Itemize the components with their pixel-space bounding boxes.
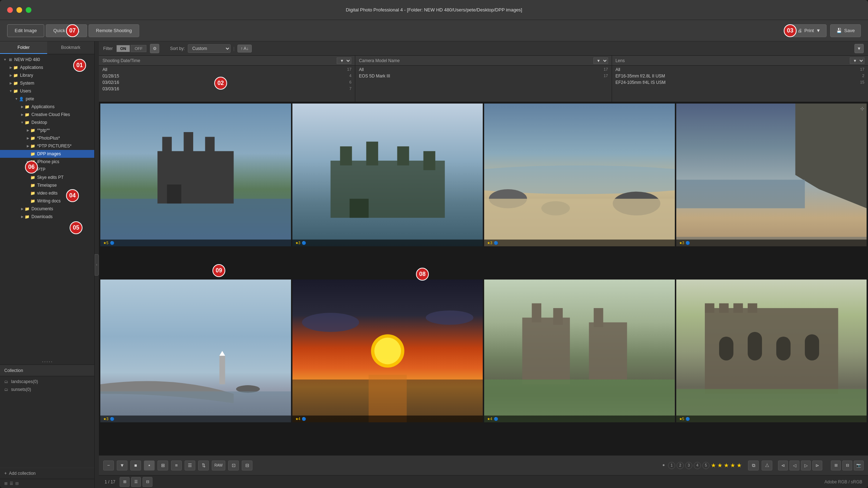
tree-item-writing-docs[interactable]: 📁 Writing docs (0, 197, 94, 205)
photo-5-icon: 🔵 (110, 417, 114, 421)
photo-cell-6[interactable]: ★4 🔵 (292, 280, 483, 422)
copy-button[interactable]: ⧉ (748, 461, 759, 471)
next-photo-button[interactable]: ▷ (801, 461, 811, 471)
sort-select[interactable]: Custom Date Name Rating (188, 44, 231, 53)
sidebar-view-icon-grid[interactable]: ⊞ (4, 481, 7, 486)
camera-filter-all[interactable]: All 17 (355, 66, 611, 73)
lens-col-dropdown[interactable]: ▼ (850, 57, 864, 64)
photo-cell-1[interactable]: ★5 🔵 (100, 104, 291, 246)
lens-filter-24-105[interactable]: EF24-105mm f/4L IS USM 15 (612, 79, 868, 86)
remote-shooting-button[interactable]: Remote Shooting (89, 24, 139, 37)
slideshow-button[interactable]: ⊟ (242, 461, 252, 471)
tree-item-library[interactable]: ▶ 📁 Library (0, 71, 94, 79)
raw-button[interactable]: RAW (212, 461, 225, 471)
star-3-icon[interactable]: ★ (724, 462, 729, 469)
last-photo-button[interactable]: ⊳ (812, 461, 822, 471)
filter-dropdown-button[interactable]: ▼ (854, 44, 864, 53)
select-all-button[interactable]: ■ (130, 461, 141, 471)
date-col-dropdown[interactable]: ▼ (337, 57, 351, 64)
tree-item-desktop[interactable]: ▼ 📁 Desktop (0, 119, 94, 126)
lens-filter-16-35[interactable]: EF16-35mm f/2.8L II USM 2 (612, 73, 868, 79)
first-photo-button[interactable]: ⊲ (778, 461, 788, 471)
detail-status-button[interactable]: ⊟ (142, 477, 152, 487)
collection-item-landscapes[interactable]: 🗂 landscapes(0) (0, 378, 94, 386)
tree-item-documents[interactable]: ▶ 📁 Documents (0, 205, 94, 213)
tree-item-creative-cloud[interactable]: ▶ 📁 Creative Cloud Files (0, 111, 94, 119)
close-window-button[interactable] (7, 7, 13, 13)
detail-view-button[interactable]: ☰ (185, 461, 195, 471)
tree-item-video-edits[interactable]: 📁 video edits (0, 189, 94, 197)
svg-rect-5 (205, 137, 215, 156)
view-mode-3-button[interactable]: 📷 (854, 461, 864, 471)
rating-1-button[interactable]: 1 (668, 462, 675, 469)
folder-tree[interactable]: ▼ 🖥 NEW HD 480 ▶ 📁 Applications ▶ 📁 Libr… (0, 54, 94, 359)
check-menu-button[interactable]: ▼ (117, 461, 127, 471)
photo-cell-5[interactable]: ★3 🔵 (100, 280, 291, 422)
filter-on-button[interactable]: ON (116, 45, 130, 52)
tree-item-iphone-pics[interactable]: ▶ 📁 iPhone pics (0, 158, 94, 166)
rating-3-button[interactable]: 3 (685, 462, 692, 469)
tree-item-system[interactable]: ▶ 📁 System (0, 79, 94, 87)
edit-image-button[interactable]: Edit Image (7, 24, 44, 37)
date-filter-03-03-16[interactable]: 03/03/16 7 (99, 86, 355, 92)
view-mode-2-button[interactable]: ⊟ (842, 461, 852, 471)
nav-buttons: ⊲ ◁ ▷ ⊳ (778, 461, 822, 471)
lens-filter-all[interactable]: All 17 (612, 66, 868, 73)
tree-item-timelapse[interactable]: 📁 Timelapse (0, 181, 94, 189)
tree-item-downloads[interactable]: ▶ 📁 Downloads (0, 213, 94, 221)
date-filter-all[interactable]: All 17 (99, 66, 355, 73)
list-view-button[interactable]: ≡ (171, 461, 182, 471)
photo-cell-3[interactable]: ★3 🔵 (484, 104, 675, 246)
grid-status-button[interactable]: ⊞ (120, 477, 130, 487)
rating-2-button[interactable]: 2 (677, 462, 684, 469)
prev-photo-button[interactable]: ◁ (789, 461, 799, 471)
star-1-icon[interactable]: ★ (711, 462, 716, 469)
tree-item-pete[interactable]: ▼ 👤 pete (0, 95, 94, 103)
sidebar-resize-dots: • • • • • (0, 359, 94, 364)
photo-cell-2[interactable]: ★3 🔵 (292, 104, 483, 246)
photo-cell-4[interactable]: ★3 🔵 ⊹ (676, 104, 867, 246)
photo-cell-8[interactable]: ★5 🔵 (676, 280, 867, 422)
zoom-out-button[interactable]: − (103, 461, 114, 471)
print-button[interactable]: 🖨 Print ▼ (792, 24, 827, 37)
filter-settings-button[interactable]: ⚙ (150, 44, 159, 53)
collection-item-sunsets[interactable]: 🗂 sunsets(0) (0, 386, 94, 393)
date-filter-01-28-15[interactable]: 01/28/15 4 (99, 73, 355, 79)
list-status-button[interactable]: ☰ (131, 477, 141, 487)
tree-item-users[interactable]: ▼ 📁 Users (0, 87, 94, 95)
tree-item-applications-l3[interactable]: ▶ 📁 Applications (0, 103, 94, 111)
maximize-window-button[interactable] (26, 7, 31, 13)
filter-off-button[interactable]: OFF (131, 45, 146, 52)
tree-item-ptp-pictures[interactable]: ▶ 📁 *PTP PICTURES* (0, 142, 94, 150)
star-2-icon[interactable]: ★ (717, 462, 722, 469)
sort-direction-button[interactable]: ↑ A↓ (237, 45, 252, 52)
compare-button[interactable]: ⊡ (228, 461, 239, 471)
rating-5-button[interactable]: 5 (702, 462, 709, 469)
grid-view-button[interactable]: ⊞ (157, 461, 168, 471)
tree-item-photoplus[interactable]: ▶ 📁 *PhotoPlus* (0, 134, 94, 142)
star-5-icon[interactable]: ★ (737, 462, 742, 469)
view-mode-1-button[interactable]: ⊞ (831, 461, 841, 471)
svg-rect-9 (340, 146, 352, 165)
sidebar-collapse-button[interactable]: ‹ (95, 254, 99, 276)
tree-item-ptp-star[interactable]: ▶ 📁 **ptp** (0, 126, 94, 134)
sidebar-view-icon-list[interactable]: ☰ (10, 481, 13, 486)
bookmark-tab[interactable]: Bookmark (47, 41, 94, 54)
save-button[interactable]: 💾 Save (830, 24, 861, 37)
photo-grid[interactable]: ★5 🔵 (99, 102, 868, 455)
tree-item-ptp[interactable]: ▶ 📁 PTP (0, 166, 94, 173)
paste-button[interactable]: ⧊ (762, 461, 772, 471)
camera-filter-5d3[interactable]: EOS 5D Mark III 17 (355, 73, 611, 79)
camera-col-dropdown[interactable]: ▼ (593, 57, 608, 64)
folder-tab[interactable]: Folder (0, 41, 47, 54)
minimize-window-button[interactable] (16, 7, 22, 13)
rating-4-button[interactable]: 4 (694, 462, 701, 469)
sidebar-view-icon-detail[interactable]: ⊟ (15, 481, 19, 486)
add-collection-button[interactable]: + Add collection (0, 468, 94, 479)
sort-button[interactable]: ⇅ (198, 461, 209, 471)
star-4-icon[interactable]: ★ (730, 462, 735, 469)
tree-item-skye[interactable]: 📁 Skye edits PT (0, 173, 94, 181)
photo-cell-7[interactable]: ★4 🔵 (484, 280, 675, 422)
thumb-view-button[interactable]: ▪ (144, 461, 155, 471)
tree-item-dpp-images[interactable]: 📁 DPP images (0, 150, 94, 158)
